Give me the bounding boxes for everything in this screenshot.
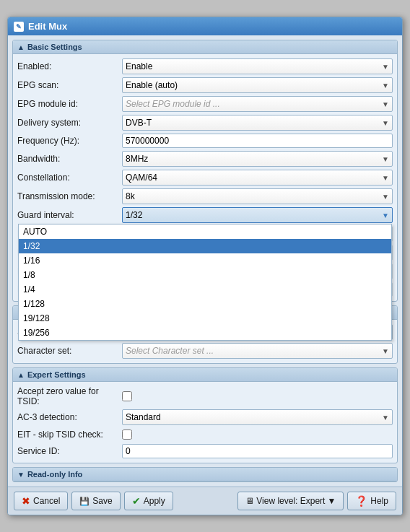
epg-scan-row: EPG scan: Enable (auto) ▼ [17,76,393,95]
character-set-placeholder: Select Character set ... [126,346,214,356]
bandwidth-row: Bandwidth: 8MHz ▼ [17,149,393,168]
ac3-detection-row: AC-3 detection: Standard ▼ [17,408,393,427]
apply-label: Apply [144,496,165,506]
cancel-icon: ✖ [22,495,30,507]
bandwidth-select[interactable]: 8MHz ▼ [122,151,393,167]
bandwidth-label: Bandwidth: [17,154,122,164]
transmission-mode-row: Transmission mode: 8k ▼ [17,187,393,206]
basic-settings-toggle[interactable]: ▲ [17,43,25,51]
expert-settings-toggle[interactable]: ▲ [17,371,25,379]
edit-mux-dialog: ✎ Edit Mux ▲ Basic Settings Enabled: Ena… [7,17,403,515]
constellation-select[interactable]: QAM/64 ▼ [122,170,393,186]
delivery-system-select[interactable]: DVB-T ▼ [122,115,393,131]
basic-settings-header: ▲ Basic Settings [13,40,397,54]
help-button[interactable]: ❓ Help [347,492,396,510]
enabled-value: Enable [126,61,152,71]
guard-option-1-16[interactable]: 1/16 [19,253,391,268]
basic-settings-section: ▲ Basic Settings Enabled: Enable ▼ EPG s… [12,40,398,302]
frequency-row: Frequency (Hz): [17,132,393,149]
ac3-detection-value: Standard [126,412,161,422]
guard-interval-dropdown: AUTO 1/32 1/16 1/8 1/4 1/128 19/128 19/2… [18,224,392,341]
enabled-select[interactable]: Enable ▼ [122,58,393,74]
delivery-system-value: DVB-T [126,118,152,128]
dialog-title-text: Edit Mux [28,21,67,32]
cancel-button[interactable]: ✖ Cancel [14,492,68,510]
constellation-value: QAM/64 [126,173,157,183]
expert-settings-header: ▲ Expert Settings [13,368,397,382]
enabled-arrow: ▼ [382,63,389,71]
frequency-input[interactable] [122,134,393,148]
character-set-label: Character set: [17,346,122,356]
bottom-bar: ✖ Cancel 💾 Save ✔ Apply 🖥 View level: Ex… [8,487,402,515]
readonly-info-toggle[interactable]: ▼ [17,471,25,479]
character-set-select[interactable]: Select Character set ... ▼ [122,343,393,359]
guard-option-19-256[interactable]: 19/256 [19,326,391,340]
epg-scan-arrow: ▼ [382,82,389,90]
transmission-mode-label: Transmission mode: [17,191,122,201]
epg-module-placeholder: Select EPG module id ... [126,99,220,109]
ac3-detection-label: AC-3 detection: [17,412,122,422]
enabled-label: Enabled: [17,61,122,71]
character-set-arrow: ▼ [382,347,389,355]
apply-button[interactable]: ✔ Apply [124,492,173,510]
save-button[interactable]: 💾 Save [71,492,120,510]
view-level-label: View level: Expert [256,496,325,506]
delivery-system-row: Delivery system: DVB-T ▼ [17,113,393,132]
dialog-title-icon: ✎ [14,22,24,32]
character-set-row: Character set: Select Character set ... … [17,341,393,360]
readonly-info-section: ▼ Read-only Info [12,467,398,482]
help-icon: ❓ [355,495,367,507]
epg-module-arrow: ▼ [382,100,389,108]
accept-zero-tsid-row: Accept zero value for TSID: [17,385,393,408]
guard-option-1-8[interactable]: 1/8 [19,268,391,282]
service-id-input[interactable] [122,444,393,458]
bandwidth-arrow: ▼ [382,155,389,163]
eit-skip-tsid-label: EIT - skip TSID check: [17,429,122,440]
save-label: Save [92,496,112,506]
expert-settings-label: Expert Settings [27,370,86,379]
constellation-label: Constellation: [17,173,122,183]
epg-scan-select[interactable]: Enable (auto) ▼ [122,77,393,93]
basic-settings-body: Enabled: Enable ▼ EPG scan: Enable (auto… [13,54,397,301]
constellation-row: Constellation: QAM/64 ▼ [17,168,393,187]
save-icon: 💾 [79,497,90,506]
accept-zero-tsid-label: Accept zero value for TSID: [17,386,122,406]
guard-interval-value: 1/32 [126,210,142,220]
enabled-row: Enabled: Enable ▼ [17,57,393,76]
ac3-detection-arrow: ▼ [382,414,389,422]
eit-skip-tsid-checkbox[interactable] [122,429,132,440]
view-level-button[interactable]: 🖥 View level: Expert ▼ [237,492,344,510]
ac3-detection-select[interactable]: Standard ▼ [122,409,393,425]
readonly-info-header: ▼ Read-only Info [13,468,397,481]
guard-interval-arrow: ▼ [382,212,389,219]
cancel-label: Cancel [33,496,60,506]
apply-icon: ✔ [132,495,141,507]
epg-module-label: EPG module id: [17,99,122,109]
expert-settings-body: Accept zero value for TSID: AC-3 detecti… [13,382,397,463]
guard-option-1-4[interactable]: 1/4 [19,282,391,297]
guard-option-auto[interactable]: AUTO [19,224,391,239]
guard-option-1-32[interactable]: 1/32 [19,239,391,253]
guard-interval-select[interactable]: 1/32 ▼ AUTO 1/32 1/16 1/8 1/4 1/128 19/1… [122,207,393,223]
delivery-system-label: Delivery system: [17,118,122,128]
view-level-icon: 🖥 [245,496,254,506]
epg-scan-label: EPG scan: [17,80,122,90]
transmission-mode-arrow: ▼ [382,193,389,201]
view-level-arrow-icon: ▼ [327,496,336,506]
transmission-mode-select[interactable]: 8k ▼ [122,188,393,204]
delivery-system-arrow: ▼ [382,119,389,127]
readonly-info-label: Read-only Info [27,470,82,479]
transmission-mode-value: 8k [126,191,135,201]
service-id-label: Service ID: [17,446,122,456]
accept-zero-tsid-checkbox[interactable] [122,391,132,401]
bandwidth-value: 8MHz [126,154,148,164]
guard-interval-label: Guard interval: [17,210,122,220]
expert-settings-section: ▲ Expert Settings Accept zero value for … [12,367,398,463]
epg-module-select[interactable]: Select EPG module id ... ▼ [122,96,393,112]
guard-option-1-128[interactable]: 1/128 [19,297,391,311]
epg-module-row: EPG module id: Select EPG module id ... … [17,95,393,113]
guard-option-19-128[interactable]: 19/128 [19,311,391,326]
epg-scan-value: Enable (auto) [126,80,178,90]
basic-settings-label: Basic Settings [27,43,82,51]
frequency-label: Frequency (Hz): [17,136,122,146]
